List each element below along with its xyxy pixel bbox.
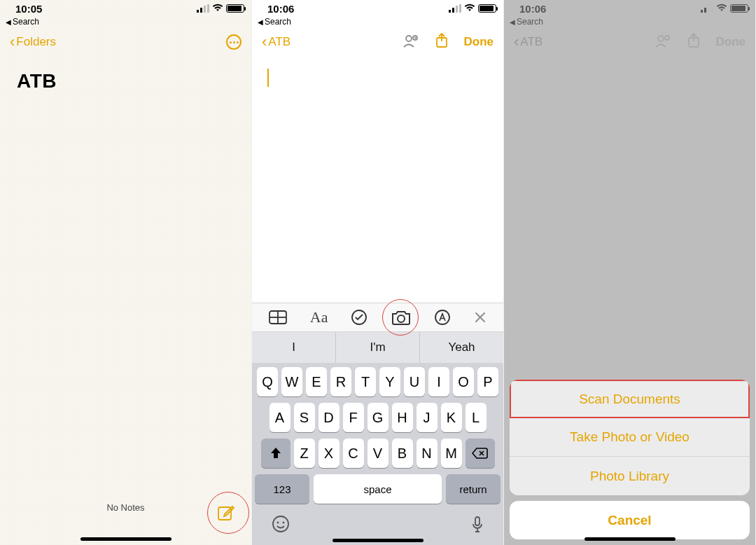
key-f[interactable]: F — [343, 403, 364, 432]
action-sheet-group: Scan Documents Take Photo or Video Photo… — [510, 380, 750, 495]
collaborate-button[interactable] — [402, 33, 419, 51]
key-p[interactable]: P — [477, 367, 498, 396]
back-button[interactable]: ‹ Folders — [10, 34, 56, 50]
breadcrumb-search: ◀ Search — [504, 17, 755, 28]
key-s[interactable]: S — [294, 403, 315, 432]
cancel-button[interactable]: Cancel — [510, 501, 750, 539]
back-button[interactable]: ‹ ATB — [262, 34, 290, 50]
key-g[interactable]: G — [368, 403, 388, 432]
numbers-key[interactable]: 123 — [255, 474, 309, 504]
share-button — [687, 32, 701, 52]
key-n[interactable]: N — [416, 439, 438, 468]
back-triangle-icon: ◀ — [258, 18, 263, 26]
svg-point-14 — [658, 36, 664, 41]
key-e[interactable]: E — [306, 367, 327, 396]
space-key[interactable]: space — [314, 474, 442, 504]
home-indicator[interactable] — [80, 537, 172, 541]
key-d[interactable]: D — [318, 403, 340, 432]
scan-documents-button[interactable]: Scan Documents — [510, 380, 750, 418]
cellular-icon — [197, 4, 209, 13]
status-bar: 10:06 — [252, 0, 503, 17]
suggestion-2[interactable]: I'm — [336, 332, 420, 363]
nav-bar: ‹ Folders — [0, 28, 251, 56]
share-button[interactable] — [435, 32, 449, 52]
key-t[interactable]: T — [355, 367, 376, 396]
dictation-icon[interactable] — [471, 516, 484, 537]
return-key[interactable]: return — [446, 474, 500, 504]
key-m[interactable]: M — [441, 439, 462, 468]
status-icons — [701, 3, 748, 14]
back-label: Folders — [16, 35, 56, 49]
shift-key[interactable] — [261, 439, 290, 468]
battery-icon — [478, 4, 496, 13]
compose-button[interactable] — [211, 497, 241, 528]
nav-bar: ‹ ATB Done — [504, 28, 755, 56]
screenshot-2-note-editor: 10:06 ◀ Search ‹ ATB Done — [252, 0, 504, 545]
key-j[interactable]: J — [416, 403, 438, 432]
key-h[interactable]: H — [392, 403, 413, 432]
breadcrumb-search[interactable]: ◀ Search — [0, 17, 251, 28]
done-button[interactable]: Done — [464, 35, 494, 49]
key-row-2: ASDFGHJKL — [255, 403, 500, 432]
breadcrumb-label: Search — [265, 17, 291, 27]
key-l[interactable]: L — [465, 403, 486, 432]
suggestion-1[interactable]: I — [252, 332, 336, 363]
close-icon[interactable] — [474, 311, 486, 324]
key-z[interactable]: Z — [294, 439, 315, 468]
folder-title: ATB — [0, 56, 251, 106]
svg-point-8 — [398, 315, 405, 322]
back-triangle-icon: ◀ — [510, 18, 515, 26]
key-r[interactable]: R — [330, 367, 351, 396]
status-time: 10:05 — [15, 3, 42, 15]
suggestion-bar: I I'm Yeah — [252, 332, 503, 363]
status-icons — [197, 3, 244, 14]
done-button: Done — [716, 35, 746, 49]
more-button[interactable] — [226, 34, 241, 50]
key-u[interactable]: U — [404, 367, 425, 396]
keyboard: QWERTYUIOP ASDFGHJKL ZXCVBNM 123 space r… — [252, 363, 503, 545]
emoji-icon[interactable] — [272, 515, 290, 537]
chevron-left-icon: ‹ — [514, 34, 519, 50]
key-a[interactable]: A — [270, 403, 290, 432]
collaborate-button — [654, 33, 671, 51]
table-icon[interactable] — [269, 310, 287, 324]
home-indicator[interactable] — [584, 537, 676, 541]
suggestion-3[interactable]: Yeah — [420, 332, 503, 363]
key-x[interactable]: X — [318, 439, 340, 468]
markup-icon[interactable] — [434, 309, 451, 326]
key-y[interactable]: Y — [379, 367, 400, 396]
key-b[interactable]: B — [392, 439, 413, 468]
checklist-icon[interactable] — [351, 309, 368, 326]
battery-icon — [730, 4, 748, 13]
text-format-icon[interactable]: Aa — [310, 308, 328, 326]
cellular-icon — [449, 4, 461, 13]
key-o[interactable]: O — [453, 367, 474, 396]
back-triangle-icon: ◀ — [6, 18, 11, 26]
key-c[interactable]: C — [343, 439, 364, 468]
keyboard-bottom-bar — [255, 510, 500, 542]
breadcrumb-search[interactable]: ◀ Search — [252, 17, 503, 28]
svg-point-1 — [406, 36, 412, 41]
photo-library-button[interactable]: Photo Library — [510, 457, 750, 495]
chevron-left-icon: ‹ — [10, 34, 15, 50]
svg-rect-13 — [475, 517, 479, 525]
camera-icon[interactable] — [391, 309, 412, 326]
delete-key[interactable] — [465, 439, 495, 468]
key-i[interactable]: I — [428, 367, 449, 396]
chevron-left-icon: ‹ — [262, 34, 267, 50]
editor-toolbar: Aa — [252, 303, 503, 332]
note-body[interactable]: Aa I I'm Yeah QWERTYUIOP — [252, 55, 503, 545]
status-bar: 10:05 — [0, 0, 251, 17]
take-photo-button[interactable]: Take Photo or Video — [510, 418, 750, 457]
screenshot-1-notes-folder: 10:05 ◀ Search ‹ Folders ATB No Notes — [0, 0, 252, 545]
svg-point-10 — [273, 516, 288, 532]
key-k[interactable]: K — [441, 403, 462, 432]
status-icons — [449, 3, 496, 14]
key-v[interactable]: V — [368, 439, 388, 468]
home-indicator[interactable] — [332, 539, 424, 542]
key-q[interactable]: Q — [257, 367, 278, 396]
key-row-bottom: 123 space return — [255, 474, 500, 504]
key-row-3: ZXCVBNM — [255, 439, 500, 468]
svg-point-11 — [277, 522, 279, 524]
key-w[interactable]: W — [281, 367, 302, 396]
